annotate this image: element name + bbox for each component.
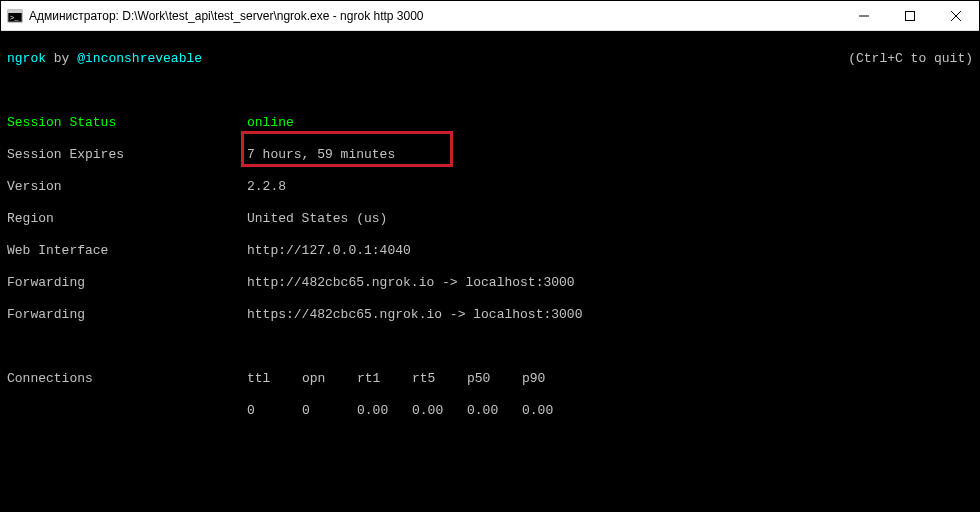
col-rt5: rt5 xyxy=(412,371,467,387)
col-rt1: rt1 xyxy=(357,371,412,387)
val-opn: 0 xyxy=(302,403,357,419)
col-p50: p50 xyxy=(467,371,522,387)
col-ttl: ttl xyxy=(247,371,302,387)
forwarding-1-label: Forwarding xyxy=(7,275,247,291)
author-handle: @inconshreveable xyxy=(77,51,202,66)
region-value: United States (us) xyxy=(247,211,387,227)
maximize-button[interactable] xyxy=(887,1,933,30)
region-label: Region xyxy=(7,211,247,227)
expires-label: Session Expires xyxy=(7,147,247,163)
web-interface-value: http://127.0.0.1:4040 xyxy=(247,243,411,259)
svg-rect-1 xyxy=(8,10,22,13)
titlebar[interactable]: >_ Администратор: D:\Work\test_api\test_… xyxy=(1,1,979,31)
window-title: Администратор: D:\Work\test_api\test_ser… xyxy=(29,9,841,23)
col-p90: p90 xyxy=(522,371,577,387)
minimize-button[interactable] xyxy=(841,1,887,30)
val-p90: 0.00 xyxy=(522,403,577,419)
by-text: by xyxy=(46,51,77,66)
svg-rect-4 xyxy=(906,11,915,20)
connections-value-row: 000.000.000.000.00 xyxy=(247,403,577,419)
app-window: >_ Администратор: D:\Work\test_api\test_… xyxy=(0,0,980,512)
forwarding-1-url: http://482cbc65.ngrok.io xyxy=(247,275,434,291)
web-interface-label: Web Interface xyxy=(7,243,247,259)
close-button[interactable] xyxy=(933,1,979,30)
col-opn: opn xyxy=(302,371,357,387)
connections-header-row: ttlopnrt1rt5p50p90 xyxy=(247,371,577,387)
val-rt5: 0.00 xyxy=(412,403,467,419)
svg-text:>_: >_ xyxy=(10,14,19,22)
forwarding-1-target: -> localhost:3000 xyxy=(434,275,574,291)
terminal-output[interactable]: ngrok by @inconshreveable(Ctrl+C to quit… xyxy=(1,31,979,511)
connections-spacer xyxy=(7,403,247,419)
val-p50: 0.00 xyxy=(467,403,522,419)
expires-value: 7 hours, 59 minutes xyxy=(247,147,395,163)
val-rt1: 0.00 xyxy=(357,403,412,419)
val-ttl: 0 xyxy=(247,403,302,419)
app-name: ngrok xyxy=(7,51,46,66)
status-label: Session Status xyxy=(7,115,247,131)
quit-hint: (Ctrl+C to quit) xyxy=(848,51,973,67)
version-label: Version xyxy=(7,179,247,195)
status-value: online xyxy=(247,115,294,131)
forwarding-2-url: https://482cbc65.ngrok.io xyxy=(247,307,442,323)
connections-label: Connections xyxy=(7,371,247,387)
window-controls xyxy=(841,1,979,30)
console-icon: >_ xyxy=(7,8,23,24)
forwarding-2-label: Forwarding xyxy=(7,307,247,323)
version-value: 2.2.8 xyxy=(247,179,286,195)
forwarding-2-target: -> localhost:3000 xyxy=(442,307,582,323)
